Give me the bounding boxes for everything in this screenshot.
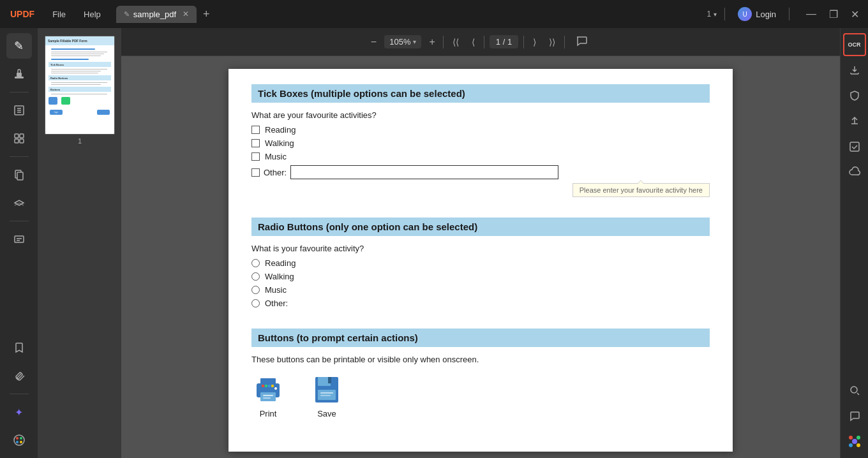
sidebar-stack-icon[interactable] xyxy=(6,226,32,252)
sidebar-grid-icon[interactable] xyxy=(6,126,32,151)
tab-sample-pdf[interactable]: ✎ sample_pdf ✕ xyxy=(116,6,197,23)
thumbnail-image: Sample Fillable PDF Form Tick Boxes Radi… xyxy=(45,36,115,135)
window-controls: — ❐ ✕ xyxy=(802,7,863,22)
login-button[interactable]: U Login xyxy=(733,4,781,24)
topbar-right: 1 ▾ U Login — ❐ ✕ xyxy=(707,4,864,24)
svg-point-19 xyxy=(20,441,22,443)
pdf-viewport[interactable]: Tick Boxes (multiple options can be sele… xyxy=(121,56,840,458)
radio-walking[interactable]: Walking xyxy=(251,272,710,281)
comment-btn[interactable] xyxy=(570,32,593,52)
sidebar-edit-icon[interactable]: ✎ xyxy=(6,33,32,59)
checkbox-reading-box[interactable] xyxy=(251,126,260,134)
sidebar-divider-1 xyxy=(10,92,29,92)
svg-point-37 xyxy=(851,387,857,393)
nav-first-btn[interactable]: ⟨⟨ xyxy=(449,34,463,50)
radio-other[interactable]: Other: xyxy=(251,299,710,308)
checkbox-reading[interactable]: Reading xyxy=(251,125,710,135)
minimize-btn[interactable]: — xyxy=(802,7,820,22)
thumbnail-page-1[interactable]: Sample Fillable PDF Form Tick Boxes Radi… xyxy=(45,36,115,145)
svg-rect-29 xyxy=(271,385,274,387)
svg-point-16 xyxy=(16,437,19,440)
sidebar-list-icon[interactable] xyxy=(6,98,32,123)
save-label: Save xyxy=(317,409,336,418)
tab-area: ✎ sample_pdf ✕ + xyxy=(116,6,705,23)
thumb-header: Sample Fillable PDF Form xyxy=(45,36,114,45)
radio-reading[interactable]: Reading xyxy=(251,258,710,268)
checkbox-other-box[interactable] xyxy=(251,168,260,177)
check-icon[interactable] xyxy=(843,135,866,158)
cloud-icon[interactable] xyxy=(843,161,866,184)
checkbox-music[interactable]: Music xyxy=(251,152,710,161)
tab-label: sample_pdf xyxy=(133,10,176,19)
svg-point-18 xyxy=(16,441,19,443)
zoom-out-btn[interactable]: − xyxy=(368,34,379,50)
checkbox-walking-label: Walking xyxy=(265,138,294,148)
page-sep: / xyxy=(503,37,507,47)
radio-music-btn[interactable] xyxy=(251,286,260,294)
nav-prev-btn[interactable]: ⟨ xyxy=(468,34,479,50)
share-icon[interactable] xyxy=(843,110,866,133)
file-menu[interactable]: File xyxy=(45,6,73,23)
download-icon[interactable] xyxy=(843,59,866,82)
svg-rect-8 xyxy=(15,139,19,143)
right-sidebar: OCR xyxy=(840,28,868,458)
nav-last-btn[interactable]: ⟩⟩ xyxy=(545,34,559,50)
login-label: Login xyxy=(756,10,776,19)
other-label: Other: xyxy=(264,168,287,177)
radio-reading-label: Reading xyxy=(265,258,296,268)
svg-rect-26 xyxy=(262,385,264,387)
sidebar-divider-4 xyxy=(10,394,29,394)
help-menu[interactable]: Help xyxy=(76,6,108,23)
search-icon-right[interactable] xyxy=(843,379,866,402)
checkbox-walking[interactable]: Walking xyxy=(251,138,710,148)
section3-header: Buttons (to prompt certain actions) xyxy=(251,329,710,347)
sidebar-bookmark-icon[interactable] xyxy=(6,335,32,360)
radio-walking-btn[interactable] xyxy=(251,272,260,281)
zoom-in-btn[interactable]: + xyxy=(426,34,437,50)
print-label: Print xyxy=(260,409,277,418)
svg-rect-27 xyxy=(265,385,267,387)
zoom-level-display[interactable]: 105% ▾ xyxy=(384,35,421,48)
section1-header: Tick Boxes (multiple options can be sele… xyxy=(251,84,710,103)
close-btn[interactable]: ✕ xyxy=(847,7,863,22)
checkbox-walking-box[interactable] xyxy=(251,139,260,147)
zoom-separator xyxy=(443,36,444,48)
chat-icon[interactable] xyxy=(843,404,866,427)
sidebar-ai-icon[interactable]: ✦ xyxy=(6,399,32,425)
svg-point-39 xyxy=(857,436,860,440)
tab-icon: ✎ xyxy=(124,10,130,18)
ocr-icon[interactable]: OCR xyxy=(843,33,866,56)
new-tab-button[interactable]: + xyxy=(198,8,215,21)
thumbnail-panel: Sample Fillable PDF Form Tick Boxes Radi… xyxy=(38,28,121,458)
svg-rect-24 xyxy=(263,397,271,399)
checkbox-music-box[interactable] xyxy=(251,152,260,161)
svg-rect-21 xyxy=(260,378,276,385)
svg-rect-11 xyxy=(17,172,23,180)
page-indicator[interactable]: 1 ▾ xyxy=(707,10,717,18)
page-number-display[interactable]: 1 / 1 xyxy=(490,35,518,48)
zoom-separator-2 xyxy=(484,36,484,48)
radio-reading-btn[interactable] xyxy=(251,259,260,267)
sidebar-pages-icon[interactable] xyxy=(6,162,32,188)
tab-close-btn[interactable]: ✕ xyxy=(183,10,189,18)
svg-rect-0 xyxy=(15,77,24,78)
ai-magic-icon[interactable] xyxy=(843,430,866,453)
other-text-input[interactable] xyxy=(290,165,558,179)
radio-music[interactable]: Music xyxy=(251,285,710,295)
total-pages: 1 xyxy=(507,37,512,47)
sidebar-palette-icon[interactable] xyxy=(6,427,32,453)
svg-rect-22 xyxy=(260,392,276,401)
restore-btn[interactable]: ❐ xyxy=(825,7,842,22)
nav-next-btn[interactable]: ⟩ xyxy=(529,34,540,50)
protect-icon[interactable] xyxy=(843,84,866,107)
pdf-page: Tick Boxes (multiple options can be sele… xyxy=(228,69,733,452)
sidebar-layers-icon[interactable] xyxy=(6,190,32,216)
save-button[interactable]: Save xyxy=(310,374,343,418)
print-icon xyxy=(251,374,285,405)
buttons-section: These buttons can be printable or visibl… xyxy=(251,355,710,418)
sidebar-stamp-icon[interactable] xyxy=(6,61,32,87)
app-logo: UPDF xyxy=(5,6,40,22)
sidebar-clip-icon[interactable] xyxy=(6,363,32,388)
print-button[interactable]: Print xyxy=(251,374,285,418)
radio-other-btn[interactable] xyxy=(251,299,260,307)
